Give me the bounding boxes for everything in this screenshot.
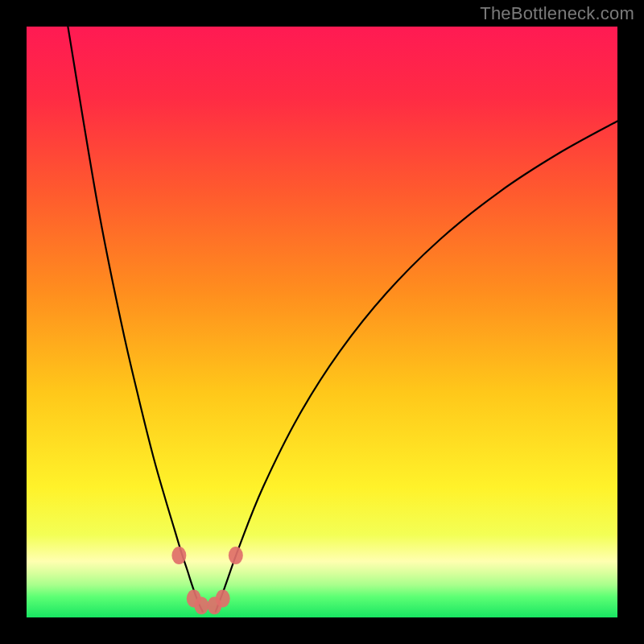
- curve-marker-4: [216, 590, 230, 608]
- curve-right-branch: [216, 121, 617, 611]
- curve-marker-0: [171, 547, 186, 564]
- curve-left-branch: [68, 27, 202, 612]
- chart-plot-area: [27, 27, 617, 617]
- bottleneck-curve: [27, 27, 617, 617]
- chart-frame: TheBottleneck.com: [0, 0, 644, 644]
- curve-marker-5: [229, 547, 243, 564]
- watermark-text: TheBottleneck.com: [480, 3, 634, 24]
- curve-marker-2: [194, 597, 208, 614]
